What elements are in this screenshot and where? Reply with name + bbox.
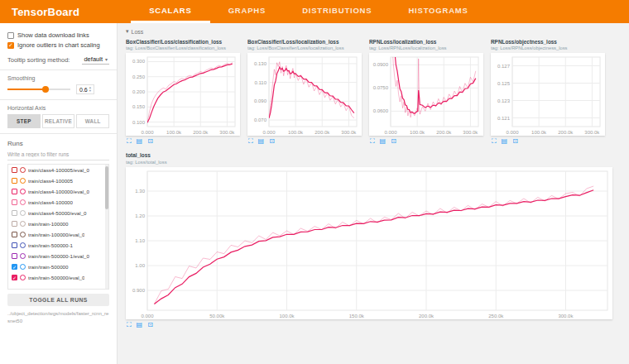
chart-card-total-loss: total_loss tag: Loss/total_loss 0.9001.0…	[126, 152, 612, 328]
pin-icon[interactable]: ⊡	[391, 138, 396, 145]
axis-relative-button[interactable]: RELATIVE	[42, 114, 75, 128]
chart-plot[interactable]: 0.9001.001.101.201.300.00050.00k100.0k15…	[126, 167, 612, 319]
run-list-item[interactable]: train/class4-50000/eval_0	[8, 208, 105, 218]
tooltip-sorting-select[interactable]: default ▾	[82, 55, 109, 65]
run-checkbox-icon[interactable]	[12, 221, 17, 227]
fullscreen-icon[interactable]: ⛶	[127, 138, 132, 145]
run-checkbox-icon[interactable]	[12, 210, 17, 216]
tab-graphs[interactable]: GRAPHS	[210, 0, 284, 23]
run-list-item[interactable]: train/class4-100000/eval_0	[8, 186, 105, 197]
tab-histograms[interactable]: HISTOGRAMS	[390, 0, 486, 23]
fullscreen-icon[interactable]: ⛶	[127, 322, 132, 328]
horizontal-axis-label: Horizontal Axis	[7, 105, 109, 111]
spinner-down-icon[interactable]: ▾	[89, 89, 91, 93]
loss-section-header[interactable]: ▾ Loss	[126, 28, 621, 35]
run-label: train/class4-100005/eval_0	[28, 167, 89, 173]
run-label: train/class4-100000	[28, 199, 73, 205]
axis-wall-button[interactable]: WALL	[76, 114, 109, 128]
fit-domain-icon[interactable]: ▤	[258, 138, 265, 145]
svg-text:150.0k: 150.0k	[349, 314, 365, 318]
run-checkbox-icon[interactable]: ✓	[12, 275, 17, 280]
svg-text:0.150: 0.150	[132, 105, 146, 110]
svg-text:0.110: 0.110	[254, 80, 266, 85]
runs-scrollbar[interactable]	[105, 165, 108, 289]
smoothing-label: Smoothing	[7, 75, 109, 81]
svg-text:100.0k: 100.0k	[410, 130, 425, 135]
svg-text:200.0k: 200.0k	[558, 130, 574, 135]
fit-domain-icon[interactable]: ▤	[502, 138, 508, 145]
run-checkbox-icon[interactable]	[12, 232, 17, 237]
svg-text:100.0k: 100.0k	[279, 314, 295, 318]
divider	[0, 133, 117, 134]
fit-domain-icon[interactable]: ▤	[137, 322, 143, 328]
chart-title: BoxClassifier/Loss/localization_loss	[247, 39, 362, 46]
fit-domain-icon[interactable]: ▤	[137, 138, 143, 145]
checkbox-label: Show data download links	[17, 31, 89, 39]
app-header: TensorBoard SCALARS GRAPHS DISTRIBUTIONS…	[0, 0, 629, 23]
small-charts-row: BoxClassifier/Loss/classification_loss t…	[126, 39, 621, 145]
chart-card-classification-loss: BoxClassifier/Loss/classification_loss t…	[126, 39, 240, 145]
chart-plot[interactable]: 0.1000.1500.2000.2500.3000.000100.0k200.…	[126, 53, 240, 136]
runs-scrollbar-thumb[interactable]	[105, 166, 108, 209]
run-color-icon	[20, 264, 26, 270]
runs-filter-input[interactable]	[7, 149, 109, 160]
tab-distributions[interactable]: DISTRIBUTIONS	[284, 0, 390, 23]
run-list-item[interactable]: train/train-100000	[8, 218, 105, 229]
show-download-links-checkbox[interactable]: Show data download links	[7, 31, 109, 39]
slider-knob[interactable]	[42, 86, 49, 93]
chart-plot[interactable]: 0.0700.0900.1100.1300.000100.0k200.0k300…	[247, 53, 362, 136]
pin-icon[interactable]: ⊡	[269, 138, 275, 145]
run-list-item[interactable]: ✓ train/train-500000/eval_0	[8, 272, 105, 283]
chart-title: BoxClassifier/Loss/classification_loss	[126, 39, 240, 46]
svg-text:100.0k: 100.0k	[531, 130, 547, 135]
run-label: train/train-500000-1/eval_0	[28, 253, 89, 259]
chart-tag: tag: Loss/total_loss	[126, 160, 612, 165]
run-checkbox-icon[interactable]	[12, 199, 17, 205]
fit-domain-icon[interactable]: ▤	[380, 138, 387, 145]
pin-icon[interactable]: ⊡	[147, 322, 153, 328]
svg-text:0.000: 0.000	[506, 130, 519, 135]
pin-icon[interactable]: ⊡	[147, 138, 153, 145]
chevron-down-icon: ▾	[105, 56, 108, 62]
run-checkbox-icon[interactable]: ✓	[12, 264, 17, 270]
svg-text:0.000: 0.000	[262, 130, 276, 135]
toggle-all-runs-button[interactable]: TOGGLE ALL RUNS	[7, 294, 109, 306]
tab-scalars[interactable]: SCALARS	[131, 0, 210, 23]
svg-text:1.00: 1.00	[135, 263, 145, 268]
pin-icon[interactable]: ⊡	[512, 138, 518, 145]
run-checkbox-icon[interactable]	[12, 178, 17, 184]
axis-step-button[interactable]: STEP	[7, 114, 41, 128]
run-label: train/train-100000	[28, 221, 69, 227]
svg-text:0.000: 0.000	[384, 130, 397, 135]
run-list-item[interactable]: train/train-100000/eval_0	[8, 229, 105, 240]
smoothing-value-input[interactable]: 0.6 ▴ ▾	[76, 84, 94, 94]
run-list-item[interactable]: ✓ train/train-500000	[8, 261, 105, 272]
run-list-item[interactable]: train/class4-100005	[8, 175, 105, 186]
slider-fill	[7, 89, 46, 90]
run-checkbox-icon[interactable]	[12, 189, 17, 194]
run-checkbox-icon[interactable]	[12, 167, 17, 173]
nav-tabs: SCALARS GRAPHS DISTRIBUTIONS HISTOGRAMS	[131, 0, 487, 23]
run-color-icon	[20, 178, 26, 184]
chart-plot[interactable]: 0.1210.1230.1250.1270.000100.0k200.0k300…	[491, 53, 605, 136]
fullscreen-icon[interactable]: ⛶	[370, 138, 375, 145]
run-checkbox-icon[interactable]	[12, 242, 17, 248]
chart-tag: tag: Loss/RPNLoss/objectness_loss	[491, 46, 605, 50]
ignore-outliers-checkbox[interactable]: ✓ Ignore outliers in chart scaling	[7, 41, 109, 49]
fullscreen-icon[interactable]: ⛶	[248, 138, 253, 145]
svg-text:100.0k: 100.0k	[166, 130, 182, 135]
tooltip-sorting-value: default	[84, 55, 103, 63]
run-list-item[interactable]: train/train-500000-1	[8, 240, 105, 251]
smoothing-slider[interactable]	[7, 85, 70, 93]
run-list-item[interactable]: train/class4-100005/eval_0	[8, 165, 105, 175]
svg-text:300.0k: 300.0k	[558, 314, 574, 318]
divider	[0, 69, 117, 70]
fullscreen-icon[interactable]: ⛶	[492, 138, 497, 145]
app-title: TensorBoard	[0, 6, 91, 18]
svg-text:1.20: 1.20	[135, 213, 145, 218]
run-list-item[interactable]: train/class4-100000	[8, 197, 105, 208]
chart-plot[interactable]: 0.06000.07500.09000.000100.0k200.0k300.0…	[369, 53, 483, 136]
run-checkbox-icon[interactable]	[12, 253, 17, 259]
run-list-item[interactable]: train/train-500000-1/eval_0	[8, 251, 105, 261]
chart-tag: tag: Loss/BoxClassifier/Loss/localizatio…	[247, 46, 362, 50]
